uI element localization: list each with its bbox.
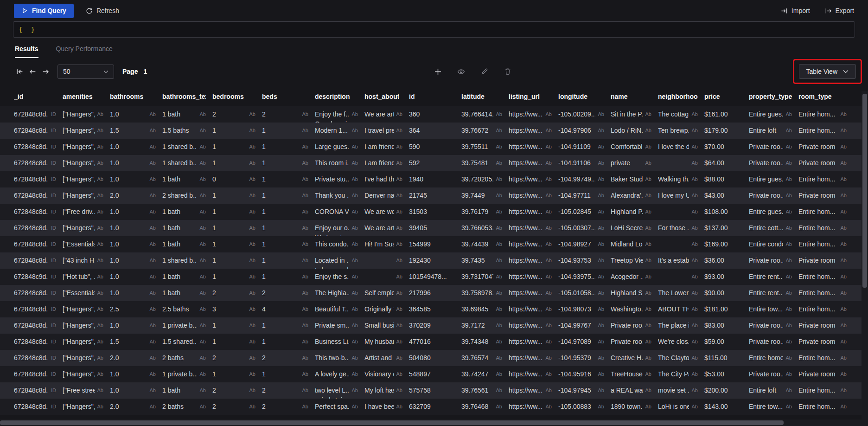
column-header-bedrooms[interactable]: bedrooms	[212, 87, 262, 106]
cell-room_type[interactable]: Private roomAb	[798, 334, 853, 350]
view-document-button[interactable]	[455, 65, 468, 78]
cell-longitude[interactable]: -105.01058...Ab	[558, 285, 611, 301]
cell-amenities[interactable]: ["Free driv...Ab	[63, 204, 110, 220]
cell-description[interactable]: Business Li...Ab	[315, 334, 364, 350]
cell-price[interactable]: $83.00	[704, 317, 749, 334]
table-row[interactable]: 672848c8d...ID["Hangers",...Ab1.0Ab1 pri…	[0, 317, 868, 334]
cell-host_about[interactable]: I travel pre...Ab	[364, 123, 409, 139]
cell-room_type[interactable]: Entire hom...Ab	[798, 204, 853, 220]
cell-property_type[interactable]: Private roo...Ab	[749, 252, 798, 269]
cell-id[interactable]: 192430	[409, 252, 461, 269]
cell-id[interactable]: 592	[409, 155, 461, 171]
cell-listing_url[interactable]: https://ww...Ab	[509, 171, 558, 187]
cell-latitude[interactable]: 39.758978...Ab	[461, 285, 509, 301]
cell-price[interactable]: $64.00	[704, 155, 749, 171]
cell-price[interactable]: $43.00	[704, 187, 749, 204]
cell-beds[interactable]: 2Ab	[262, 106, 315, 123]
cell-bathrooms[interactable]: 2.0Ab	[110, 187, 162, 204]
cell-_id[interactable]: 672848c8d...ID	[14, 301, 63, 317]
cell-property_type[interactable]: Private roo...Ab	[749, 366, 798, 382]
cell-price[interactable]: $179.00	[704, 123, 749, 139]
cell-bathrooms[interactable]: 1.0Ab	[110, 236, 162, 252]
cell-description[interactable]: Enjoy our o...We love to sAb	[315, 220, 364, 236]
cell-amenities[interactable]: ["Hangers",...Ab	[63, 139, 110, 155]
cell-property_type[interactable]: Entire loftAb	[749, 382, 798, 399]
cell-bathrooms_text[interactable]: 1 bathAb	[162, 106, 212, 123]
cell-name[interactable]: Private roo...Ab	[611, 317, 658, 334]
cell-bathrooms[interactable]: 1.0Ab	[110, 139, 162, 155]
cell-property_type[interactable]: Entire gues...Ab	[749, 204, 798, 220]
cell-description[interactable]: Enjoy the f...Our charminAb	[315, 106, 364, 123]
cell-host_about[interactable]: Small busi...Ab	[364, 317, 409, 334]
cell-room_type[interactable]: Entire hom...Ab	[798, 220, 853, 236]
cell-bathrooms[interactable]: 1.0Ab	[110, 204, 162, 220]
cell-room_type[interactable]: Entire hom...Ab	[798, 236, 853, 252]
import-button[interactable]: Import	[781, 7, 810, 14]
cell-name[interactable]: Lodo / RiN...Ab	[611, 123, 658, 139]
cell-beds[interactable]: 1Ab	[262, 317, 315, 334]
cell-longitude[interactable]: -104.93975...Ab	[558, 269, 611, 285]
cell-name[interactable]: Midland Lo...Ab	[611, 236, 658, 252]
cell-description[interactable]: This condo...Ab	[315, 236, 364, 252]
cell-id[interactable]: 217996	[409, 285, 461, 301]
column-header-name[interactable]: name	[611, 87, 658, 106]
cell-description[interactable]: This room i...Ab	[315, 155, 364, 171]
cell-price[interactable]: $115.00	[704, 350, 749, 366]
cell-room_type[interactable]: Entire hom...Ab	[798, 171, 853, 187]
cell-id[interactable]: 154999	[409, 236, 461, 252]
cell-description[interactable]: Private sm...Ab	[315, 317, 364, 334]
cell-description[interactable]: Thank you ...Ab	[315, 187, 364, 204]
cell-neighborhood_[interactable]: We're clos...Ab	[658, 334, 704, 350]
cell-description[interactable]: Large gues...Ab	[315, 139, 364, 155]
cell-host_about[interactable]: We are arti...Ab	[364, 220, 409, 236]
cell-amenities[interactable]: ["Hangers",...Ab	[63, 123, 110, 139]
cell-latitude[interactable]: 39.76561Ab	[461, 382, 509, 399]
cell-_id[interactable]: 672848c8d...ID	[14, 285, 63, 301]
cell-amenities[interactable]: ["Hangers",...Ab	[63, 171, 110, 187]
horizontal-scrollbar-thumb[interactable]	[0, 420, 784, 425]
table-row[interactable]: 672848c8d...ID["Hangers",...Ab1.0Ab1 pri…	[0, 366, 868, 382]
table-row[interactable]: 672848c8d...ID["43 inch H...Ab1.0Ab1 sha…	[0, 252, 868, 269]
cell-listing_url[interactable]: https://ww...Ab	[509, 187, 558, 204]
cell-listing_url[interactable]: https://ww...Ab	[509, 220, 558, 236]
cell-listing_url[interactable]: https://ww...Ab	[509, 204, 558, 220]
vertical-scrollbar[interactable]	[862, 91, 868, 420]
cell-name[interactable]: 1890 town...Ab	[611, 399, 658, 415]
column-header-id[interactable]: id	[409, 87, 461, 106]
cell-bathrooms_text[interactable]: 1 bathAb	[162, 220, 212, 236]
column-header-neighborhood_[interactable]: neighborhood_	[658, 87, 704, 106]
cell-name[interactable]: Acogedor ...Ab	[611, 269, 658, 285]
cell-bathrooms_text[interactable]: 2 bathsAb	[162, 350, 212, 366]
cell-name[interactable]: Highland P...Ab	[611, 204, 658, 220]
query-editor-input[interactable]: { }	[13, 21, 855, 38]
cell-neighborhood_[interactable]: LoHi is one...Ab	[658, 399, 704, 415]
cell-amenities[interactable]: ["Hangers",...Ab	[63, 106, 110, 123]
cell-bathrooms[interactable]: 2.5Ab	[110, 301, 162, 317]
cell-room_type[interactable]: Entire hom...Ab	[798, 382, 853, 399]
cell-property_type[interactable]: Entire condoAb	[749, 236, 798, 252]
cell-bedrooms[interactable]: 3Ab	[212, 301, 262, 317]
cell-_id[interactable]: 672848c8d...ID	[14, 350, 63, 366]
cell-longitude[interactable]: -104.95379Ab	[558, 350, 611, 366]
cell-listing_url[interactable]: https://ww...Ab	[509, 350, 558, 366]
cell-latitude[interactable]: 39.75481Ab	[461, 155, 509, 171]
cell-property_type[interactable]: Entire tow...Ab	[749, 301, 798, 317]
cell-beds[interactable]: 2Ab	[262, 399, 315, 415]
cell-name[interactable]: Alexandra'...Ab	[611, 187, 658, 204]
cell-bathrooms[interactable]: 1.0Ab	[110, 155, 162, 171]
cell-bedrooms[interactable]: 1Ab	[212, 187, 262, 204]
cell-bathrooms[interactable]: 1.0Ab	[110, 252, 162, 269]
cell-_id[interactable]: 672848c8d...ID	[14, 399, 63, 415]
cell-listing_url[interactable]: https://ww...Ab	[509, 334, 558, 350]
cell-bedrooms[interactable]: 1Ab	[212, 269, 262, 285]
cell-_id[interactable]: 672848c8d...ID	[14, 236, 63, 252]
cell-name[interactable]: Treetop Vie...Ab	[611, 252, 658, 269]
cell-beds[interactable]: 1Ab	[262, 366, 315, 382]
cell-beds[interactable]: 1Ab	[262, 171, 315, 187]
cell-listing_url[interactable]: https://ww...Ab	[509, 382, 558, 399]
cell-name[interactable]: Comfortabl...Ab	[611, 139, 658, 155]
table-row[interactable]: 672848c8d...ID["Essentials...Ab1.0Ab1 ba…	[0, 236, 868, 252]
cell-room_type[interactable]: Private roomAb	[798, 187, 853, 204]
cell-bathrooms_text[interactable]: 1 bathAb	[162, 382, 212, 399]
horizontal-scrollbar[interactable]	[0, 420, 868, 426]
